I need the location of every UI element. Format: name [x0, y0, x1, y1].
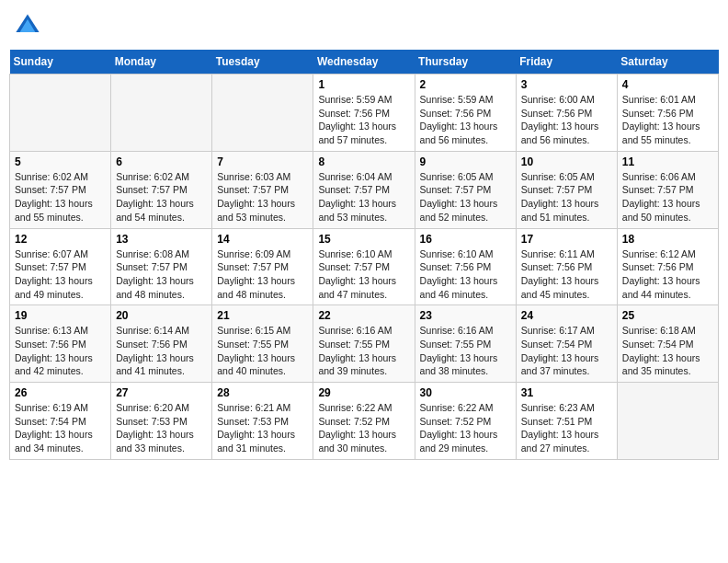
day-cell: 9Sunrise: 6:05 AMSunset: 7:57 PMDaylight… [415, 151, 516, 228]
day-number: 21 [217, 309, 308, 322]
day-cell: 1Sunrise: 5:59 AMSunset: 7:56 PMDaylight… [313, 75, 415, 152]
day-number: 3 [521, 78, 612, 91]
day-info: Sunrise: 6:02 AMSunset: 7:57 PMDaylight:… [116, 170, 207, 224]
day-cell: 29Sunrise: 6:22 AMSunset: 7:52 PMDayligh… [313, 383, 415, 460]
day-info: Sunrise: 6:05 AMSunset: 7:57 PMDaylight:… [420, 170, 511, 224]
day-number: 23 [420, 309, 511, 322]
day-number: 25 [622, 309, 713, 322]
day-number: 4 [622, 78, 713, 91]
day-number: 19 [15, 309, 106, 322]
day-info: Sunrise: 6:07 AMSunset: 7:57 PMDaylight:… [15, 247, 106, 302]
day-number: 24 [521, 309, 612, 322]
day-info: Sunrise: 6:09 AMSunset: 7:57 PMDaylight:… [217, 247, 308, 302]
day-cell: 17Sunrise: 6:11 AMSunset: 7:56 PMDayligh… [516, 228, 617, 305]
day-number: 29 [318, 386, 409, 399]
day-cell: 18Sunrise: 6:12 AMSunset: 7:56 PMDayligh… [617, 228, 718, 305]
weekday-header-tuesday: Tuesday [212, 50, 313, 75]
week-row-5: 26Sunrise: 6:19 AMSunset: 7:54 PMDayligh… [10, 383, 719, 460]
day-info: Sunrise: 6:06 AMSunset: 7:57 PMDaylight:… [622, 170, 713, 224]
day-cell: 10Sunrise: 6:05 AMSunset: 7:57 PMDayligh… [516, 151, 617, 228]
day-cell: 16Sunrise: 6:10 AMSunset: 7:56 PMDayligh… [415, 228, 516, 305]
day-cell: 21Sunrise: 6:15 AMSunset: 7:55 PMDayligh… [212, 305, 313, 383]
weekday-header-wednesday: Wednesday [313, 50, 415, 75]
day-cell: 19Sunrise: 6:13 AMSunset: 7:56 PMDayligh… [10, 305, 111, 383]
day-info: Sunrise: 6:19 AMSunset: 7:54 PMDaylight:… [15, 401, 106, 455]
weekday-header-friday: Friday [516, 50, 617, 75]
day-cell: 5Sunrise: 6:02 AMSunset: 7:57 PMDaylight… [10, 151, 111, 228]
day-number: 14 [217, 233, 308, 246]
day-info: Sunrise: 6:14 AMSunset: 7:56 PMDaylight:… [116, 324, 207, 378]
day-info: Sunrise: 6:22 AMSunset: 7:52 PMDaylight:… [420, 401, 511, 455]
day-number: 9 [420, 155, 511, 168]
logo [15, 13, 44, 39]
day-cell [617, 383, 718, 460]
day-info: Sunrise: 6:22 AMSunset: 7:52 PMDaylight:… [318, 401, 409, 455]
day-info: Sunrise: 6:15 AMSunset: 7:55 PMDaylight:… [217, 324, 308, 378]
logo-icon [15, 13, 40, 39]
day-cell [212, 75, 313, 152]
day-info: Sunrise: 6:23 AMSunset: 7:51 PMDaylight:… [521, 401, 612, 455]
day-number: 11 [622, 155, 713, 168]
day-cell: 4Sunrise: 6:01 AMSunset: 7:56 PMDaylight… [617, 75, 718, 152]
day-number: 7 [217, 155, 308, 168]
day-number: 20 [116, 309, 207, 322]
calendar-table: SundayMondayTuesdayWednesdayThursdayFrid… [9, 50, 719, 460]
day-info: Sunrise: 6:00 AMSunset: 7:56 PMDaylight:… [521, 93, 612, 147]
day-cell: 27Sunrise: 6:20 AMSunset: 7:53 PMDayligh… [111, 383, 212, 460]
day-cell: 24Sunrise: 6:17 AMSunset: 7:54 PMDayligh… [516, 305, 617, 383]
day-cell: 15Sunrise: 6:10 AMSunset: 7:57 PMDayligh… [313, 228, 415, 305]
day-cell: 6Sunrise: 6:02 AMSunset: 7:57 PMDaylight… [111, 151, 212, 228]
day-info: Sunrise: 6:11 AMSunset: 7:56 PMDaylight:… [521, 247, 612, 302]
day-cell: 11Sunrise: 6:06 AMSunset: 7:57 PMDayligh… [617, 151, 718, 228]
day-cell: 20Sunrise: 6:14 AMSunset: 7:56 PMDayligh… [111, 305, 212, 383]
day-number: 15 [318, 233, 409, 246]
day-cell: 25Sunrise: 6:18 AMSunset: 7:54 PMDayligh… [617, 305, 718, 383]
day-cell [10, 75, 111, 152]
day-number: 30 [420, 386, 511, 399]
day-cell: 2Sunrise: 5:59 AMSunset: 7:56 PMDaylight… [415, 75, 516, 152]
day-number: 12 [15, 233, 106, 246]
day-cell: 26Sunrise: 6:19 AMSunset: 7:54 PMDayligh… [10, 383, 111, 460]
day-cell: 30Sunrise: 6:22 AMSunset: 7:52 PMDayligh… [415, 383, 516, 460]
day-cell: 13Sunrise: 6:08 AMSunset: 7:57 PMDayligh… [111, 228, 212, 305]
day-number: 13 [116, 233, 207, 246]
weekday-header-monday: Monday [111, 50, 212, 75]
week-row-4: 19Sunrise: 6:13 AMSunset: 7:56 PMDayligh… [10, 305, 719, 383]
weekday-header-saturday: Saturday [617, 50, 718, 75]
day-cell: 12Sunrise: 6:07 AMSunset: 7:57 PMDayligh… [10, 228, 111, 305]
header [9, 9, 719, 42]
week-row-3: 12Sunrise: 6:07 AMSunset: 7:57 PMDayligh… [10, 228, 719, 305]
day-number: 22 [318, 309, 409, 322]
day-number: 1 [318, 78, 409, 91]
day-cell: 14Sunrise: 6:09 AMSunset: 7:57 PMDayligh… [212, 228, 313, 305]
day-cell: 31Sunrise: 6:23 AMSunset: 7:51 PMDayligh… [516, 383, 617, 460]
day-info: Sunrise: 5:59 AMSunset: 7:56 PMDaylight:… [318, 93, 409, 147]
day-number: 2 [420, 78, 511, 91]
day-info: Sunrise: 6:21 AMSunset: 7:53 PMDaylight:… [217, 401, 308, 455]
day-info: Sunrise: 6:10 AMSunset: 7:57 PMDaylight:… [318, 247, 409, 302]
day-info: Sunrise: 6:13 AMSunset: 7:56 PMDaylight:… [15, 324, 106, 378]
day-number: 10 [521, 155, 612, 168]
day-info: Sunrise: 6:04 AMSunset: 7:57 PMDaylight:… [318, 170, 409, 224]
weekday-header-thursday: Thursday [415, 50, 516, 75]
day-info: Sunrise: 6:16 AMSunset: 7:55 PMDaylight:… [420, 324, 511, 378]
day-info: Sunrise: 5:59 AMSunset: 7:56 PMDaylight:… [420, 93, 511, 147]
day-number: 6 [116, 155, 207, 168]
day-cell: 28Sunrise: 6:21 AMSunset: 7:53 PMDayligh… [212, 383, 313, 460]
day-info: Sunrise: 6:17 AMSunset: 7:54 PMDaylight:… [521, 324, 612, 378]
day-info: Sunrise: 6:12 AMSunset: 7:56 PMDaylight:… [622, 247, 713, 302]
day-cell: 7Sunrise: 6:03 AMSunset: 7:57 PMDaylight… [212, 151, 313, 228]
day-info: Sunrise: 6:05 AMSunset: 7:57 PMDaylight:… [521, 170, 612, 224]
day-number: 26 [15, 386, 106, 399]
day-info: Sunrise: 6:08 AMSunset: 7:57 PMDaylight:… [116, 247, 207, 302]
day-cell: 22Sunrise: 6:16 AMSunset: 7:55 PMDayligh… [313, 305, 415, 383]
weekday-header-row: SundayMondayTuesdayWednesdayThursdayFrid… [10, 50, 719, 75]
day-number: 18 [622, 233, 713, 246]
day-number: 17 [521, 233, 612, 246]
week-row-2: 5Sunrise: 6:02 AMSunset: 7:57 PMDaylight… [10, 151, 719, 228]
day-number: 16 [420, 233, 511, 246]
day-cell [111, 75, 212, 152]
day-cell: 23Sunrise: 6:16 AMSunset: 7:55 PMDayligh… [415, 305, 516, 383]
day-number: 5 [15, 155, 106, 168]
day-info: Sunrise: 6:03 AMSunset: 7:57 PMDaylight:… [217, 170, 308, 224]
